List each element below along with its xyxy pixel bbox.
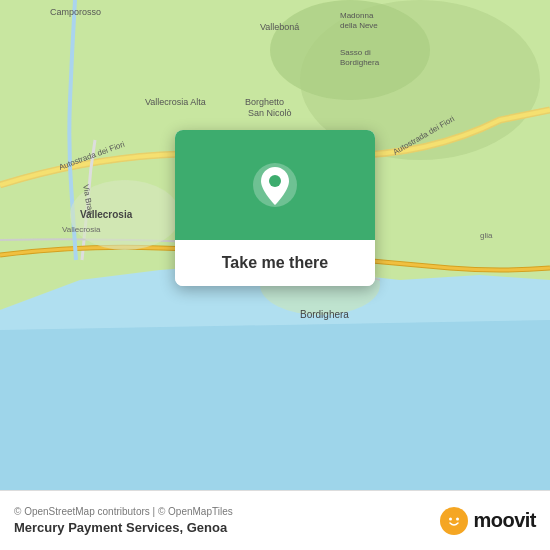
svg-text:Bordighera: Bordighera: [300, 309, 349, 320]
svg-text:Vallecrosia Alta: Vallecrosia Alta: [145, 97, 206, 107]
svg-point-27: [444, 511, 464, 531]
svg-text:Valleboná: Valleboná: [260, 22, 299, 32]
footer-left: © OpenStreetMap contributors | © OpenMap…: [14, 506, 233, 535]
moovit-logo: moovit: [440, 507, 536, 535]
popup-header: [175, 130, 375, 240]
svg-point-26: [269, 175, 281, 187]
svg-text:San Nicolò: San Nicolò: [248, 108, 292, 118]
svg-text:Sasso di: Sasso di: [340, 48, 371, 57]
attribution-text: © OpenStreetMap contributors | © OpenMap…: [14, 506, 233, 517]
svg-point-29: [456, 517, 459, 520]
popup-card: Take me there: [175, 130, 375, 286]
moovit-name: moovit: [473, 509, 536, 532]
svg-text:Vallecrosia: Vallecrosia: [80, 209, 133, 220]
svg-text:Vallecrosia: Vallecrosia: [62, 225, 101, 234]
svg-point-28: [449, 517, 452, 520]
footer-bar: © OpenStreetMap contributors | © OpenMap…: [0, 490, 550, 550]
svg-text:Camporosso: Camporosso: [50, 7, 101, 17]
svg-text:Bordighera: Bordighera: [340, 58, 380, 67]
location-text: Mercury Payment Services, Genoa: [14, 520, 233, 535]
svg-text:Borghetto: Borghetto: [245, 97, 284, 107]
map: Camporosso Valleboná Madonna della Neve …: [0, 0, 550, 490]
location-pin-icon: [251, 161, 299, 209]
svg-marker-4: [0, 320, 550, 490]
svg-text:glia: glia: [480, 231, 493, 240]
svg-text:Madonna: Madonna: [340, 11, 374, 20]
take-me-there-button[interactable]: Take me there: [175, 240, 375, 286]
svg-text:della Neve: della Neve: [340, 21, 378, 30]
moovit-icon: [440, 507, 468, 535]
